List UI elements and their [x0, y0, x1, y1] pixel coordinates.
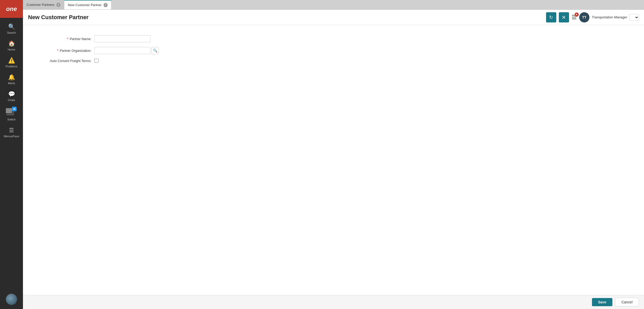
tab-customer-partners[interactable]: Customer Partners ✕: [23, 0, 64, 9]
sidebar-label-alerts: Alerts: [8, 82, 15, 85]
chat-icon: 💬: [8, 91, 15, 97]
bell-icon: 🔔: [8, 74, 15, 81]
sidebar-label-home: Home: [8, 48, 15, 51]
logo-text: one: [6, 5, 17, 13]
partner-name-input[interactable]: [94, 35, 150, 42]
tab-label-customer-partners: Customer Partners: [27, 3, 54, 7]
partner-name-label: * Partner Name:: [38, 37, 94, 41]
switch-badge: ⇄: [12, 107, 17, 111]
header-bar: New Customer Partner ↻ ✕ ☰ ★ TT: [23, 10, 644, 25]
main-content: Customer Partners ✕ New Customer Partner…: [23, 0, 644, 309]
search-icon: 🔍: [8, 23, 15, 30]
sidebar-item-problems[interactable]: ⚠️ Problems: [0, 54, 23, 71]
avatar-image: [6, 294, 17, 305]
tab-new-customer-partner[interactable]: New Customer Partner ✕: [64, 0, 111, 9]
footer-bar: Save Cancel: [23, 295, 644, 309]
sidebar-label-chats: Chats: [8, 98, 15, 102]
auto-convert-checkbox[interactable]: [94, 59, 98, 63]
page-title: New Customer Partner: [28, 14, 546, 21]
partner-org-group: * Partner Organization: 🔍: [38, 47, 629, 54]
user-avatar-header: TT: [579, 12, 589, 22]
partner-org-search-button[interactable]: 🔍: [151, 47, 159, 54]
switch-icons: ⇄: [5, 108, 18, 117]
sidebar-item-search[interactable]: 🔍 Search: [0, 20, 23, 37]
tab-bar: Customer Partners ✕ New Customer Partner…: [23, 0, 644, 10]
auto-convert-label: Auto Convert Freight Terms:: [38, 59, 94, 63]
star-icon: ★: [575, 13, 578, 16]
user-initials: TT: [582, 15, 586, 19]
partner-org-input-group: 🔍: [94, 47, 159, 54]
close-button[interactable]: ✕: [559, 12, 569, 22]
menus-icon: ☰: [9, 127, 14, 134]
user-role-text: Transportation Manager: [592, 15, 627, 19]
close-x-icon: ✕: [562, 14, 566, 20]
partner-org-input[interactable]: [94, 47, 150, 54]
user-info: Transportation Manager: [592, 14, 639, 21]
menu-icon-button[interactable]: ☰ ★: [572, 14, 577, 21]
search-magnifier-icon: 🔍: [153, 48, 157, 53]
warning-icon: ⚠️: [8, 57, 15, 64]
save-button[interactable]: Save: [592, 298, 613, 306]
required-star-name: *: [67, 37, 68, 41]
form-area: * Partner Name: * Partner Organization: …: [23, 25, 644, 295]
header-actions: ↻ ✕ ☰ ★ TT Transportation Manager: [546, 12, 639, 22]
auto-convert-group: Auto Convert Freight Terms:: [38, 59, 629, 63]
sidebar-item-menus[interactable]: ☰ Menus/Favs: [0, 124, 23, 141]
refresh-button[interactable]: ↻: [546, 12, 556, 22]
sidebar-item-home[interactable]: 🏠 Home: [0, 37, 23, 54]
sidebar-label-search: Search: [7, 31, 16, 34]
sidebar: one 🔍 Search 🏠 Home ⚠️ Problems 🔔 Alerts…: [0, 0, 23, 309]
tab-label-new-customer-partner: New Customer Partner: [68, 3, 102, 7]
home-icon: 🏠: [8, 40, 15, 47]
sidebar-label-switch: Switch: [7, 118, 16, 121]
required-star-org: *: [57, 49, 58, 53]
tab-close-customer-partners[interactable]: ✕: [56, 3, 60, 7]
partner-name-group: * Partner Name:: [38, 35, 629, 42]
sidebar-item-alerts[interactable]: 🔔 Alerts: [0, 71, 23, 88]
tab-close-new-customer-partner[interactable]: ✕: [104, 3, 108, 7]
partner-org-label: * Partner Organization:: [38, 49, 94, 53]
switch-front-icon: [5, 108, 12, 114]
sidebar-item-chats[interactable]: 💬 Chats: [0, 88, 23, 105]
sidebar-label-problems: Problems: [6, 65, 17, 68]
sidebar-label-menus: Menus/Favs: [4, 135, 19, 138]
refresh-icon: ↻: [549, 15, 553, 20]
app-logo[interactable]: one: [0, 0, 23, 18]
sidebar-item-switch[interactable]: ⇄ Switch: [0, 105, 23, 124]
notification-badge: ★: [575, 13, 579, 17]
user-dropdown[interactable]: [629, 14, 639, 21]
cancel-button[interactable]: Cancel: [615, 298, 639, 306]
user-avatar-sidebar[interactable]: [6, 294, 17, 305]
